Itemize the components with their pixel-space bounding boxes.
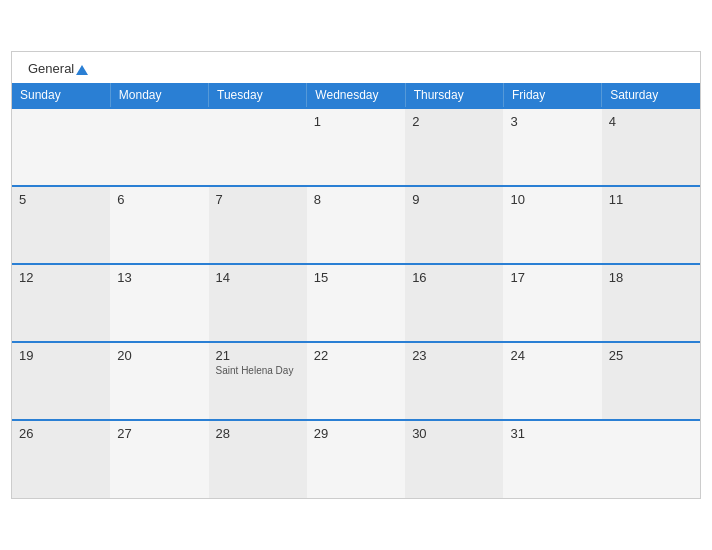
logo-triangle-icon xyxy=(76,65,88,75)
weekday-header-wednesday: Wednesday xyxy=(307,83,405,108)
calendar-cell: 20 xyxy=(110,342,208,420)
weekday-header-sunday: Sunday xyxy=(12,83,110,108)
day-number: 19 xyxy=(19,348,103,363)
calendar-cell: 27 xyxy=(110,420,208,498)
day-number: 2 xyxy=(412,114,496,129)
day-number: 11 xyxy=(609,192,693,207)
calendar-cell: 26 xyxy=(12,420,110,498)
day-number: 1 xyxy=(314,114,398,129)
calendar-cell: 14 xyxy=(209,264,307,342)
calendar-cell xyxy=(209,108,307,186)
day-number: 6 xyxy=(117,192,201,207)
calendar-cell: 5 xyxy=(12,186,110,264)
day-number: 31 xyxy=(510,426,594,441)
calendar-cell: 22 xyxy=(307,342,405,420)
weekday-header-saturday: Saturday xyxy=(602,83,700,108)
day-number: 7 xyxy=(216,192,300,207)
day-number: 9 xyxy=(412,192,496,207)
calendar-cell: 25 xyxy=(602,342,700,420)
calendar-cell: 21Saint Helena Day xyxy=(209,342,307,420)
calendar-cell: 18 xyxy=(602,264,700,342)
calendar-cell: 17 xyxy=(503,264,601,342)
calendar-cell: 1 xyxy=(307,108,405,186)
day-number: 3 xyxy=(510,114,594,129)
calendar-cell: 11 xyxy=(602,186,700,264)
day-number: 20 xyxy=(117,348,201,363)
week-row-2: 12131415161718 xyxy=(12,264,700,342)
day-number: 30 xyxy=(412,426,496,441)
day-number: 4 xyxy=(609,114,693,129)
day-number: 21 xyxy=(216,348,300,363)
calendar-cell: 7 xyxy=(209,186,307,264)
calendar-cell: 19 xyxy=(12,342,110,420)
day-number: 10 xyxy=(510,192,594,207)
week-row-0: 1234 xyxy=(12,108,700,186)
day-number: 24 xyxy=(510,348,594,363)
calendar-cell: 6 xyxy=(110,186,208,264)
day-number: 23 xyxy=(412,348,496,363)
calendar-cell xyxy=(602,420,700,498)
calendar-cell: 23 xyxy=(405,342,503,420)
calendar-cell: 28 xyxy=(209,420,307,498)
weekday-header-monday: Monday xyxy=(110,83,208,108)
calendar-cell: 29 xyxy=(307,420,405,498)
calendar-cell xyxy=(12,108,110,186)
weekday-header-tuesday: Tuesday xyxy=(209,83,307,108)
holiday-label: Saint Helena Day xyxy=(216,365,300,376)
day-number: 25 xyxy=(609,348,693,363)
calendar-cell xyxy=(110,108,208,186)
day-number: 22 xyxy=(314,348,398,363)
calendar-cell: 9 xyxy=(405,186,503,264)
weekday-header-friday: Friday xyxy=(503,83,601,108)
week-row-4: 262728293031 xyxy=(12,420,700,498)
logo-general-text: General xyxy=(28,62,88,75)
calendar-cell: 16 xyxy=(405,264,503,342)
calendar-thead: SundayMondayTuesdayWednesdayThursdayFrid… xyxy=(12,83,700,108)
calendar-cell: 24 xyxy=(503,342,601,420)
calendar-cell: 13 xyxy=(110,264,208,342)
weekday-header-thursday: Thursday xyxy=(405,83,503,108)
day-number: 13 xyxy=(117,270,201,285)
calendar: General SundayMondayTuesdayWednesdayThur… xyxy=(11,51,701,499)
day-number: 8 xyxy=(314,192,398,207)
week-row-1: 567891011 xyxy=(12,186,700,264)
day-number: 28 xyxy=(216,426,300,441)
calendar-header: General xyxy=(12,52,700,83)
day-number: 15 xyxy=(314,270,398,285)
weekday-header-row: SundayMondayTuesdayWednesdayThursdayFrid… xyxy=(12,83,700,108)
day-number: 5 xyxy=(19,192,103,207)
calendar-cell: 15 xyxy=(307,264,405,342)
calendar-table: SundayMondayTuesdayWednesdayThursdayFrid… xyxy=(12,83,700,498)
calendar-cell: 30 xyxy=(405,420,503,498)
day-number: 29 xyxy=(314,426,398,441)
calendar-cell: 3 xyxy=(503,108,601,186)
calendar-cell: 12 xyxy=(12,264,110,342)
day-number: 17 xyxy=(510,270,594,285)
calendar-cell: 4 xyxy=(602,108,700,186)
logo: General xyxy=(28,62,88,75)
calendar-cell: 8 xyxy=(307,186,405,264)
week-row-3: 192021Saint Helena Day22232425 xyxy=(12,342,700,420)
day-number: 16 xyxy=(412,270,496,285)
calendar-cell: 2 xyxy=(405,108,503,186)
day-number: 18 xyxy=(609,270,693,285)
day-number: 27 xyxy=(117,426,201,441)
day-number: 12 xyxy=(19,270,103,285)
day-number: 26 xyxy=(19,426,103,441)
calendar-tbody: 123456789101112131415161718192021Saint H… xyxy=(12,108,700,498)
calendar-cell: 10 xyxy=(503,186,601,264)
calendar-cell: 31 xyxy=(503,420,601,498)
day-number: 14 xyxy=(216,270,300,285)
